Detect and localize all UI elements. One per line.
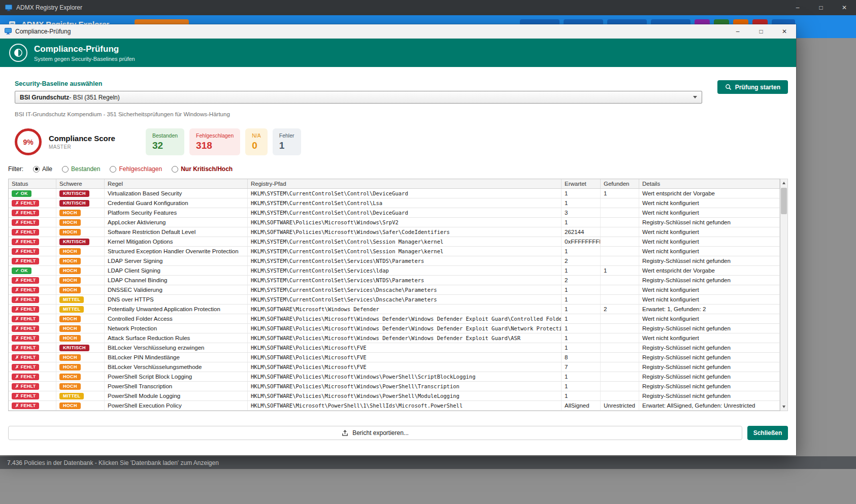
screen: ADMX Registry Explorer – □ ✕ ADMX Regist… (0, 0, 856, 504)
dialog-header-title: Compliance-Prüfung (34, 44, 135, 54)
table-row[interactable]: ✗ FEHLTHOCHDNSSEC ValidierungHKLM\SYSTEM… (9, 285, 780, 295)
dialog-header-subtitle: System gegen Security-Baselines prüfen (34, 56, 135, 62)
table-row[interactable]: ✗ FEHLTHOCHAppLocker AktivierungHKLM\SOF… (9, 218, 780, 227)
table-row[interactable]: ✗ FEHLTHOCHPowerShell Script Block Loggi… (9, 372, 780, 382)
table-header: Status Schwere Regel Registry-Pfad Erwar… (9, 179, 780, 189)
details-cell: Registry-Schlüssel nicht gefunden (639, 353, 780, 362)
details-cell: Wert nicht konfiguriert (639, 295, 780, 304)
column-header-schwere[interactable]: Schwere (56, 179, 105, 188)
severity-cell: HOCH (56, 285, 105, 294)
minimize-button[interactable]: – (786, 0, 809, 15)
stat-value-bestanden: 32 (152, 140, 178, 151)
scrollbar-track[interactable] (780, 187, 787, 403)
bg-window-titlebar[interactable]: ADMX Registry Explorer – □ ✕ (0, 0, 856, 15)
filter-option-alle[interactable]: Alle (33, 165, 52, 173)
filter-option-kritisch-hoch[interactable]: Nur Kritisch/Hoch (172, 165, 233, 173)
severity-cell: KRITISCH (56, 237, 105, 246)
table-row[interactable]: ✗ FEHLTMITTELPowerShell Module LoggingHK… (9, 391, 780, 401)
start-scan-button[interactable]: Prüfung starten (717, 80, 788, 94)
status-badge: ✗ FEHLT (12, 210, 39, 216)
table-row[interactable]: ✓ OKKRITISCHVirtualization Based Securit… (9, 189, 780, 198)
severity-badge: MITTEL (59, 306, 84, 313)
table-row[interactable]: ✗ FEHLTHOCHLDAP Server SigningHKLM\SYSTE… (9, 256, 780, 266)
details-cell: Wert nicht konfiguriert (639, 333, 780, 343)
column-header-registry-pfad[interactable]: Registry-Pfad (248, 179, 562, 188)
expected-cell: 7 (562, 362, 601, 372)
filter-option-bestanden[interactable]: Bestanden (62, 165, 100, 173)
filter-option-fehlgeschlagen[interactable]: Fehlgeschlagen (110, 165, 162, 173)
severity-badge: HOCH (59, 374, 81, 380)
severity-badge: HOCH (59, 248, 81, 255)
scroll-up-button[interactable] (780, 179, 787, 187)
stat-card-fehler: Fehler1 (273, 128, 301, 155)
table-row[interactable]: ✗ FEHLTHOCHBitLocker Verschlüsselungsmet… (9, 362, 780, 372)
score-meta: Compliance Score MASTER (49, 134, 115, 150)
table-row[interactable]: ✗ FEHLTMITTELPotentially Unwanted Applic… (9, 305, 780, 314)
status-badge: ✗ FEHLT (12, 325, 39, 332)
stat-value-fehlgeschlagen: 318 (196, 140, 234, 151)
column-header-erwartet[interactable]: Erwartet (562, 179, 601, 188)
severity-cell: HOCH (56, 247, 105, 256)
table-scrollbar[interactable] (780, 179, 788, 411)
bg-window-controls: – □ ✕ (786, 0, 856, 15)
table-row[interactable]: ✗ FEHLTMITTELDNS over HTTPSHKLM\SYSTEM\C… (9, 295, 780, 305)
table-row[interactable]: ✗ FEHLTHOCHLDAP Channel BindingHKLM\SYST… (9, 276, 780, 285)
found-cell (601, 256, 639, 265)
table-row[interactable]: ✗ FEHLTHOCHStructured Exception Handler … (9, 247, 780, 256)
status-badge: ✗ FEHLT (12, 354, 39, 361)
table-row[interactable]: ✗ FEHLTHOCHBitLocker PIN MindestlängeHKL… (9, 353, 780, 362)
rule-cell: LDAP Channel Binding (105, 276, 248, 285)
table-row[interactable]: ✗ FEHLTHOCHControlled Folder AccessHKLM\… (9, 314, 780, 324)
table-row[interactable]: ✓ OKHOCHLDAP Client SigningHKLM\SYSTEM\C… (9, 266, 780, 276)
close-button[interactable]: ✕ (833, 0, 856, 15)
status-badge: ✗ FEHLT (12, 296, 39, 303)
triangle-down-icon (782, 406, 785, 408)
table-row[interactable]: ✗ FEHLTKRITISCHKernel Mitigation Options… (9, 237, 780, 247)
dialog-maximize-button[interactable]: □ (749, 24, 773, 38)
table-row[interactable]: ✗ FEHLTHOCHPowerShell Execution PolicyHK… (9, 401, 780, 411)
column-header-regel[interactable]: Regel (105, 179, 248, 188)
details-cell: Registry-Schlüssel nicht gefunden (639, 343, 780, 352)
expected-cell: 1 (562, 295, 601, 304)
column-header-gefunden[interactable]: Gefunden (601, 179, 639, 188)
expected-cell: 1 (562, 305, 601, 314)
found-cell: 1 (601, 189, 639, 198)
column-header-status[interactable]: Status (9, 179, 56, 188)
dialog-minimize-button[interactable]: – (726, 24, 749, 38)
dialog-footer: Bericht exportieren... Schließen (8, 426, 788, 440)
table-row[interactable]: ✗ FEHLTHOCHAttack Surface Reduction Rule… (9, 333, 780, 343)
expected-cell: 1 (562, 343, 601, 352)
table-row[interactable]: ✗ FEHLTHOCHNetwork ProtectionHKLM\SOFTWA… (9, 324, 780, 333)
found-cell (601, 372, 639, 381)
rule-cell: PowerShell Transcription (105, 382, 248, 391)
column-header-details[interactable]: Details (639, 179, 780, 188)
close-dialog-footer-button[interactable]: Schließen (747, 426, 788, 440)
status-badge: ✗ FEHLT (12, 383, 39, 390)
severity-cell: MITTEL (56, 295, 105, 304)
status-bar: 7.436 Policies in der Datenbank - Klicke… (0, 456, 856, 469)
baseline-dropdown[interactable]: BSI Grundschutz - BSI (351 Regeln) (15, 91, 702, 104)
status-cell: ✗ FEHLT (9, 314, 56, 323)
export-report-button[interactable]: Bericht exportieren... (8, 426, 742, 440)
rule-cell: Attack Surface Reduction Rules (105, 333, 248, 343)
stat-card-bestanden: Bestanden32 (146, 128, 184, 155)
table-row[interactable]: ✗ FEHLTKRITISCHBitLocker Verschlüsselung… (9, 343, 780, 353)
maximize-button[interactable]: □ (809, 0, 833, 15)
table-row[interactable]: ✗ FEHLTKRITISCHCredential Guard Konfigur… (9, 198, 780, 208)
scroll-thumb[interactable] (781, 188, 787, 214)
table-row[interactable]: ✗ FEHLTHOCHPowerShell TranscriptionHKLM\… (9, 382, 780, 391)
found-cell (601, 353, 639, 362)
dialog-close-button[interactable]: ✕ (773, 24, 796, 38)
expected-cell: 2 (562, 276, 601, 285)
rule-cell: AppLocker Aktivierung (105, 218, 248, 227)
dialog-titlebar[interactable]: Compliance-Prüfung – □ ✕ (0, 24, 796, 39)
table-row[interactable]: ✗ FEHLTHOCHPlatform Security FeaturesHKL… (9, 208, 780, 218)
status-badge: ✗ FEHLT (12, 239, 39, 245)
expected-cell: 1 (562, 314, 601, 323)
registry-path-cell: HKLM\SYSTEM\CurrentControlSet\Control\De… (248, 208, 562, 217)
status-cell: ✗ FEHLT (9, 227, 56, 237)
table-row[interactable]: ✗ FEHLTHOCHSoftware Restriction Default … (9, 227, 780, 237)
filter-option-label-bestanden: Bestanden (71, 165, 100, 173)
severity-badge: KRITISCH (59, 239, 89, 245)
scroll-down-button[interactable] (780, 403, 787, 411)
